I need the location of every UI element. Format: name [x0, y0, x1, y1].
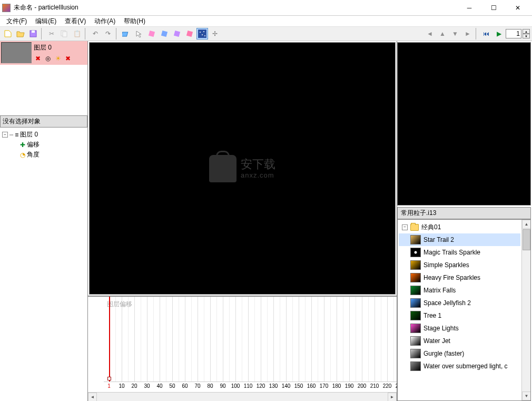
particle-stars-icon[interactable] — [196, 28, 208, 40]
menubar: 文件(F) 编辑(E) 查看(V) 动作(A) 帮助(H) — [0, 16, 532, 26]
library-item-label: Heavy Fire Sparkles — [423, 274, 480, 281]
redo-icon[interactable]: ↷ — [102, 28, 114, 40]
timeline-grid — [104, 297, 397, 382]
library-item[interactable]: Stage Lights — [399, 322, 520, 335]
timeline-tick: 130 — [269, 383, 278, 389]
timeline-hscrollbar[interactable]: ◄ ► — [88, 392, 397, 401]
collapse-icon[interactable]: − — [402, 224, 408, 230]
layer-disable2-icon[interactable]: ✖ — [64, 54, 72, 63]
tree-layer-row[interactable]: − ⋯ ≡ 图层 0 — [2, 130, 85, 140]
nav-left-icon[interactable]: ◄ — [424, 28, 436, 40]
library-item[interactable]: Space Jellyfish 2 — [399, 297, 520, 309]
library-thumb — [410, 298, 421, 308]
minimize-button[interactable]: ─ — [457, 0, 481, 15]
nav-down-icon[interactable]: ▼ — [449, 28, 461, 40]
library-item[interactable]: Magic Trails Sparkle — [399, 246, 520, 259]
timeline-tick: 120 — [257, 383, 265, 389]
timeline-tick: 20 — [131, 383, 137, 389]
svg-rect-4 — [122, 32, 128, 36]
library-tree: − 经典01 Star Trail 2Magic Trails SparkleS… — [397, 219, 531, 401]
play-icon[interactable]: ▶ — [493, 28, 505, 40]
window-controls: ─ ☐ ✕ — [457, 0, 530, 15]
menu-view[interactable]: 查看(V) — [61, 16, 90, 27]
timeline-panel: 图层偏移 11020304050607080901001101201301401… — [88, 296, 397, 401]
library-item[interactable]: Tree 1 — [399, 309, 520, 322]
window-title: 未命名 - particleIllusion — [14, 3, 457, 12]
library-item[interactable]: Star Trail 2 — [399, 233, 520, 246]
menu-file[interactable]: 文件(F) — [2, 16, 31, 27]
library-item[interactable]: Water Jet — [399, 335, 520, 347]
library-thumb — [410, 260, 421, 270]
menu-action[interactable]: 动作(A) — [90, 16, 120, 27]
emitter-purple-icon[interactable] — [171, 28, 183, 40]
timeline-track-label: 图层偏移 — [107, 300, 132, 309]
library-item[interactable]: Simple Sparkles — [399, 259, 520, 271]
collapse-icon[interactable]: − — [2, 132, 8, 138]
menu-help[interactable]: 帮助(H) — [120, 16, 150, 27]
library-thumb — [410, 324, 421, 333]
open-icon[interactable] — [15, 28, 26, 40]
nav-right-icon[interactable]: ► — [462, 28, 474, 40]
new-icon[interactable] — [2, 28, 14, 40]
force-icon[interactable]: ✢ — [209, 28, 221, 40]
rewind-icon[interactable]: ⏮ — [480, 28, 492, 40]
timeline-body[interactable]: 图层偏移 11020304050607080901001101201301401… — [88, 297, 397, 392]
library-folder-label: 经典01 — [421, 223, 441, 232]
deflector-icon[interactable] — [184, 28, 195, 40]
library-item[interactable]: Heavy Fire Sparkles — [399, 271, 520, 284]
frame-down-button[interactable]: ▼ — [523, 34, 530, 38]
library-preview[interactable] — [397, 42, 531, 206]
layer-icon[interactable] — [121, 28, 132, 40]
timeline-tick: 110 — [244, 383, 253, 389]
timeline-ruler: 1102030405060708090100110120130140150160… — [104, 382, 397, 392]
maximize-button[interactable]: ☐ — [481, 0, 506, 15]
copy-icon[interactable] — [58, 28, 70, 40]
layer-target-icon[interactable]: ◎ — [44, 54, 52, 63]
tree-offset-row[interactable]: ✚ 偏移 — [2, 140, 85, 150]
library-vscrollbar[interactable]: ▲ ▼ — [521, 220, 530, 400]
emitter-blue-icon[interactable] — [159, 28, 170, 40]
library-item-label: Star Trail 2 — [423, 236, 454, 243]
timeline-tick: 200 — [358, 383, 367, 389]
save-icon[interactable] — [27, 28, 39, 40]
library-item-label: Magic Trails Sparkle — [423, 249, 480, 256]
library-thumb — [410, 336, 421, 346]
lock-icon — [209, 155, 237, 182]
paste-icon[interactable]: 📋 — [71, 28, 83, 40]
layer-disable-icon[interactable]: ✖ — [34, 54, 42, 63]
scroll-thumb[interactable] — [523, 229, 530, 250]
cut-icon[interactable]: ✂ — [46, 28, 57, 40]
center-panel: 安下载 anxz.com 图层偏移 1102030405060708090100… — [88, 41, 397, 401]
scroll-up-icon[interactable]: ▲ — [522, 220, 531, 229]
timeline-tick: 190 — [345, 383, 354, 389]
scroll-down-icon[interactable]: ▼ — [522, 392, 531, 400]
timeline-cursor[interactable] — [109, 297, 110, 382]
undo-icon[interactable]: ↶ — [90, 28, 101, 40]
close-button[interactable]: ✕ — [506, 0, 530, 15]
emitter-pink-icon[interactable] — [146, 28, 157, 40]
menu-edit[interactable]: 编辑(E) — [31, 16, 61, 27]
nav-up-icon[interactable]: ▲ — [437, 28, 448, 40]
library-item[interactable]: Water over submerged light, c — [399, 360, 520, 373]
layer-sun-icon[interactable]: ☀ — [54, 54, 62, 63]
library-item-label: Matrix Falls — [423, 287, 456, 294]
scroll-left-icon[interactable]: ◄ — [88, 393, 97, 401]
layer-name: 图层 0 — [34, 43, 72, 52]
frame-input[interactable] — [506, 29, 521, 38]
titlebar: 未命名 - particleIllusion ─ ☐ ✕ — [0, 0, 532, 16]
library-item[interactable]: Gurgle (faster) — [399, 347, 520, 360]
layer-item[interactable]: 图层 0 ✖ ◎ ☀ ✖ — [0, 41, 87, 65]
library-folder-row[interactable]: − 经典01 — [399, 221, 520, 233]
folder-icon — [410, 224, 419, 231]
toolbar: ✂ 📋 ↶ ↷ ✢ ◄ ▲ ▼ ► ⏮ ▶ ▲ ▼ — [0, 26, 532, 41]
scroll-right-icon[interactable]: ► — [388, 393, 397, 401]
timeline-keyframe[interactable] — [107, 377, 111, 380]
tree-angle-row[interactable]: ◔ 角度 — [2, 150, 85, 160]
tree-offset-label: 偏移 — [27, 140, 40, 149]
library-item-label: Tree 1 — [423, 312, 441, 319]
library-item[interactable]: Matrix Falls — [399, 284, 520, 297]
viewport[interactable]: 安下载 anxz.com — [89, 42, 396, 295]
select-icon[interactable] — [133, 28, 145, 40]
frame-up-button[interactable]: ▲ — [523, 29, 530, 34]
svg-point-13 — [204, 35, 205, 36]
